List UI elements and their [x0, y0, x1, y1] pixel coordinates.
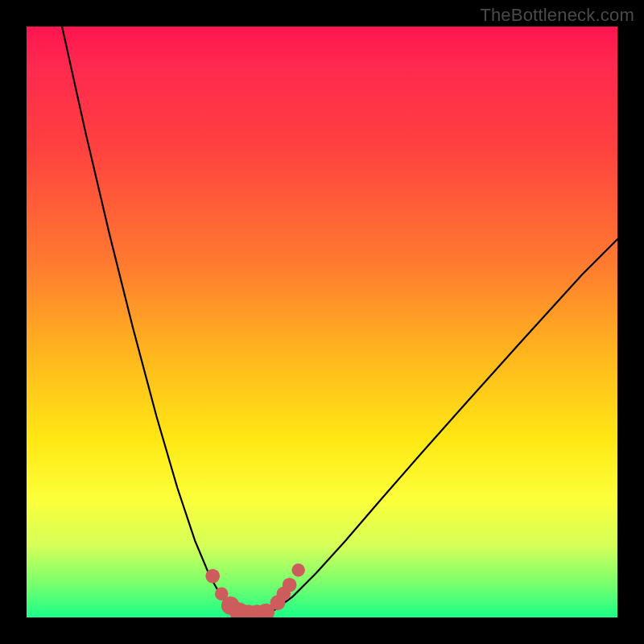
- watermark-label: TheBottleneck.com: [480, 5, 634, 26]
- data-marker: [205, 569, 220, 584]
- plot-area: [27, 27, 617, 617]
- curve-group: [62, 27, 617, 616]
- curve-right-curve: [263, 239, 617, 614]
- chart-frame: TheBottleneck.com: [0, 0, 644, 644]
- chart-svg: [27, 27, 617, 617]
- marker-group: [205, 564, 305, 617]
- data-marker: [283, 578, 297, 592]
- curve-left-curve: [62, 27, 239, 614]
- data-marker: [291, 564, 304, 576]
